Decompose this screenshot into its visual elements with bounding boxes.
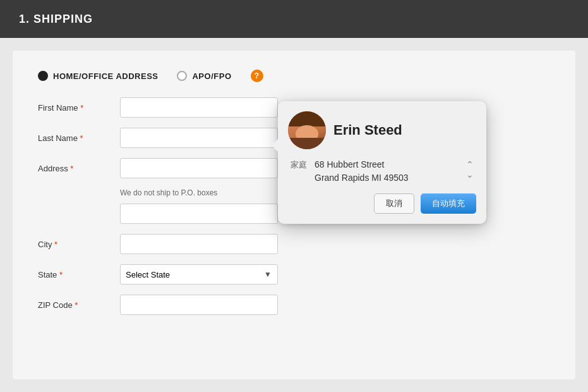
popup-address-line2: Grand Rapids MI 49503 xyxy=(315,171,461,185)
zip-row: ZIP Code * xyxy=(38,295,550,315)
state-select-wrapper: Select State Alabama Alaska Arizona Arka… xyxy=(120,264,278,285)
state-select[interactable]: Select State Alabama Alaska Arizona Arka… xyxy=(120,264,278,285)
popup-address-text: 68 Hubbert Street Grand Rapids MI 49503 xyxy=(315,158,461,185)
popup-address-section: 家庭 68 Hubbert Street Grand Rapids MI 495… xyxy=(288,158,476,185)
first-name-label: First Name * xyxy=(38,103,120,113)
popup-header: Erin Steed xyxy=(288,111,476,149)
first-name-required: * xyxy=(80,103,83,113)
address-required: * xyxy=(70,164,73,173)
home-office-radio-dot xyxy=(38,71,48,81)
popup-buttons: 取消 自动填充 xyxy=(288,193,476,214)
state-row: State * Select State Alabama Alaska Ariz… xyxy=(38,264,550,285)
zip-required: * xyxy=(75,300,78,310)
apo-fpo-label: APO/FPO xyxy=(192,71,231,81)
state-required: * xyxy=(59,270,63,279)
zip-input[interactable] xyxy=(120,295,278,315)
city-required: * xyxy=(54,240,57,249)
last-name-input[interactable] xyxy=(120,128,278,148)
help-icon[interactable]: ? xyxy=(251,70,263,82)
address2-input[interactable] xyxy=(120,204,278,224)
last-name-label: Last Name * xyxy=(38,133,120,143)
first-name-input[interactable] xyxy=(120,97,278,118)
address-chevron-icon[interactable]: ⌃⌄ xyxy=(466,159,474,180)
popup-address-line1: 68 Hubbert Street xyxy=(315,158,461,171)
state-label: State * xyxy=(38,270,120,279)
popup-address-type: 家庭 xyxy=(291,158,309,171)
apo-fpo-radio[interactable]: APO/FPO xyxy=(177,71,231,81)
zip-label: ZIP Code * xyxy=(38,300,120,310)
home-office-label: HOME/OFFICE ADDRESS xyxy=(53,71,158,81)
city-label: City * xyxy=(38,240,120,249)
address-input[interactable] xyxy=(120,158,278,178)
city-input[interactable] xyxy=(120,234,278,254)
last-name-required: * xyxy=(80,133,83,143)
cancel-button[interactable]: 取消 xyxy=(374,193,414,214)
avatar xyxy=(288,111,326,149)
home-office-radio[interactable]: HOME/OFFICE ADDRESS xyxy=(38,71,158,81)
address-label: Address * xyxy=(38,164,120,173)
page-title: 1. SHIPPING xyxy=(19,13,93,26)
apo-fpo-radio-dot xyxy=(177,71,187,81)
address-type-row: HOME/OFFICE ADDRESS APO/FPO ? xyxy=(38,70,550,82)
city-row: City * xyxy=(38,234,550,254)
main-form-section: HOME/OFFICE ADDRESS APO/FPO ? First Name… xyxy=(13,51,575,379)
page-header: 1. SHIPPING xyxy=(0,0,588,38)
popup-user-name: Erin Steed xyxy=(333,122,402,138)
autofill-button[interactable]: 自动填充 xyxy=(421,193,476,214)
autocomplete-popup: Erin Steed 家庭 68 Hubbert Street Grand Ra… xyxy=(278,101,486,224)
